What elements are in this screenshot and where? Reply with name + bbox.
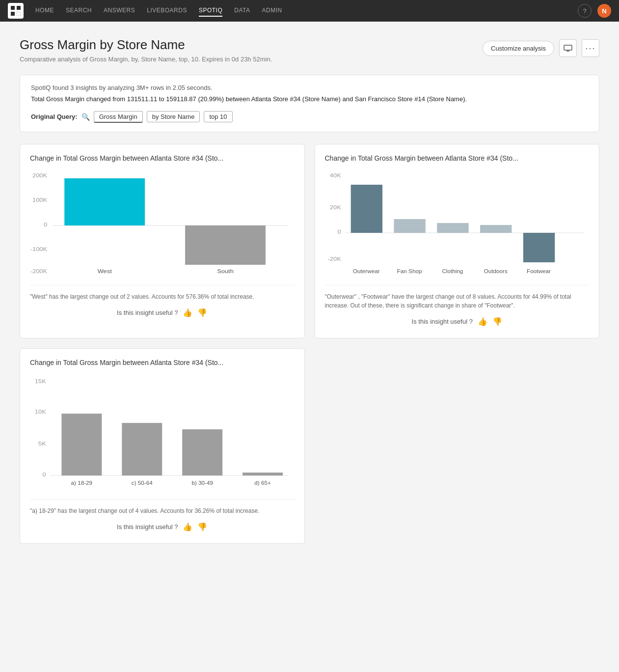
navigation: HOME SEARCH ANSWERS LIVEBOARDS SPOTIQ DA…	[0, 0, 619, 22]
svg-rect-14	[185, 225, 266, 265]
search-icon: 🔍	[81, 113, 90, 121]
nav-home[interactable]: HOME	[35, 5, 54, 17]
thumbs-down-1[interactable]: 👎	[197, 308, 207, 317]
svg-rect-13	[64, 178, 145, 225]
svg-rect-26	[523, 233, 554, 262]
svg-rect-39	[182, 429, 222, 476]
svg-text:5K: 5K	[38, 440, 46, 447]
svg-text:Footwear: Footwear	[527, 268, 551, 274]
empty-slot	[315, 348, 600, 544]
svg-text:-100K: -100K	[30, 246, 47, 252]
nav-data[interactable]: DATA	[234, 5, 250, 17]
chart-card-2: Change in Total Gross Margin between Atl…	[315, 144, 600, 338]
svg-text:West: West	[98, 268, 112, 274]
svg-rect-37	[61, 414, 102, 476]
chart-area-1: 200K 100K 0 -100K -200K West South	[30, 170, 295, 278]
svg-text:0: 0	[44, 221, 48, 227]
svg-text:10K: 10K	[35, 408, 46, 415]
chart-desc-1: "West" has the largest change out of 2 v…	[30, 285, 295, 301]
original-query: Original Query: 🔍 Gross Margin by Store …	[31, 111, 588, 123]
charts-row-1: Change in Total Gross Margin between Atl…	[20, 144, 599, 338]
svg-rect-3	[17, 12, 21, 16]
nav-admin[interactable]: ADMIN	[262, 5, 282, 17]
insights-detail-text: Total Gross Margin changed from 131511.1…	[31, 94, 588, 104]
feedback-1: Is this insight useful ? 👍 👎	[30, 301, 295, 319]
nav-items: HOME SEARCH ANSWERS LIVEBOARDS SPOTIQ DA…	[35, 5, 566, 17]
chart-title-1: Change in Total Gross Margin between Atl…	[30, 154, 295, 162]
chart-desc-2: "Outerwear" , "Footwear" have the larges…	[325, 285, 590, 310]
svg-text:0: 0	[337, 228, 341, 235]
svg-text:-20K: -20K	[327, 255, 341, 262]
feedback-label-2: Is this insight useful ?	[412, 318, 473, 325]
svg-text:South: South	[217, 268, 234, 274]
more-options-button[interactable]: ···	[582, 39, 599, 57]
present-icon	[564, 45, 572, 52]
chart-area-3: 15K 10K 5K 0 a) 18-29 c) 50-6	[30, 374, 295, 492]
chart-card-1: Change in Total Gross Margin between Atl…	[20, 144, 305, 338]
feedback-2: Is this insight useful ? 👍 👎	[325, 310, 590, 328]
insights-banner: SpotIQ found 3 insights by analyzing 3M+…	[20, 75, 599, 132]
svg-text:15K: 15K	[35, 378, 46, 384]
svg-rect-23	[394, 219, 425, 233]
nav-liveboards[interactable]: LIVEBOARDS	[147, 5, 187, 17]
svg-text:0: 0	[43, 471, 47, 477]
title-block: Gross Margin by Store Name Comparative a…	[20, 37, 272, 63]
feedback-3: Is this insight useful ? 👍 👎	[30, 515, 295, 533]
svg-rect-2	[11, 12, 15, 16]
nav-answers[interactable]: ANSWERS	[104, 5, 135, 17]
svg-text:d) 65+: d) 65+	[254, 480, 270, 485]
svg-text:c) 50-64: c) 50-64	[132, 480, 153, 485]
svg-rect-0	[11, 6, 15, 10]
svg-text:Outdoors: Outdoors	[484, 268, 508, 274]
svg-text:a) 18-29: a) 18-29	[71, 480, 93, 485]
insights-found-text: SpotIQ found 3 insights by analyzing 3M+…	[31, 84, 588, 91]
query-tag-gross-margin[interactable]: Gross Margin	[94, 111, 143, 123]
chart-title-3: Change in Total Gross Margin between Atl…	[30, 359, 295, 366]
svg-text:Fan Shop: Fan Shop	[397, 268, 422, 274]
user-avatar[interactable]: N	[597, 4, 611, 18]
query-tag-top10[interactable]: top 10	[204, 111, 232, 122]
chart-card-3: Change in Total Gross Margin between Atl…	[20, 348, 305, 544]
nav-right: ? N	[578, 4, 611, 18]
main-page: Gross Margin by Store Name Comparative a…	[0, 22, 619, 672]
query-tag-by-store-name[interactable]: by Store Name	[147, 111, 200, 122]
logo[interactable]	[8, 3, 24, 19]
thumbs-up-3[interactable]: 👍	[183, 522, 192, 532]
feedback-label-3: Is this insight useful ?	[117, 523, 178, 531]
query-label: Original Query:	[31, 113, 78, 120]
help-button[interactable]: ?	[578, 4, 592, 18]
nav-search[interactable]: SEARCH	[66, 5, 92, 17]
more-options-icon: ···	[585, 43, 595, 54]
chart-title-2: Change in Total Gross Margin between Atl…	[325, 154, 590, 162]
svg-text:-200K: -200K	[30, 268, 47, 274]
customize-button[interactable]: Customize analysis	[483, 41, 554, 56]
svg-rect-4	[564, 45, 572, 50]
svg-rect-25	[480, 225, 511, 233]
svg-rect-40	[242, 473, 283, 476]
svg-text:Clothing: Clothing	[442, 268, 463, 274]
page-subtitle: Comparative analysis of Gross Margin, by…	[20, 56, 272, 63]
svg-text:b) 30-49: b) 30-49	[191, 480, 213, 485]
chart-desc-3: "a) 18-29" has the largest change out of…	[30, 499, 295, 515]
present-button[interactable]	[559, 39, 577, 57]
nav-spotiq[interactable]: SPOTIQ	[199, 5, 222, 17]
svg-rect-1	[17, 6, 21, 10]
thumbs-up-1[interactable]: 👍	[183, 308, 192, 317]
svg-text:20K: 20K	[329, 204, 341, 210]
svg-text:100K: 100K	[32, 196, 47, 203]
feedback-label-1: Is this insight useful ?	[117, 309, 178, 316]
thumbs-up-2[interactable]: 👍	[478, 317, 487, 326]
svg-rect-22	[350, 185, 382, 233]
svg-text:200K: 200K	[32, 172, 47, 178]
svg-text:Outerwear: Outerwear	[352, 268, 379, 274]
page-title: Gross Margin by Store Name	[20, 37, 272, 53]
header-actions: Customize analysis ···	[483, 39, 599, 57]
charts-row-2: Change in Total Gross Margin between Atl…	[20, 348, 599, 544]
chart-area-2: 40K 20K 0 -20K Ou	[325, 170, 590, 278]
page-header: Gross Margin by Store Name Comparative a…	[20, 37, 599, 63]
svg-text:40K: 40K	[329, 172, 341, 178]
svg-rect-24	[437, 223, 468, 233]
thumbs-down-2[interactable]: 👎	[492, 317, 502, 326]
thumbs-down-3[interactable]: 👎	[197, 522, 207, 532]
svg-rect-38	[122, 423, 162, 476]
